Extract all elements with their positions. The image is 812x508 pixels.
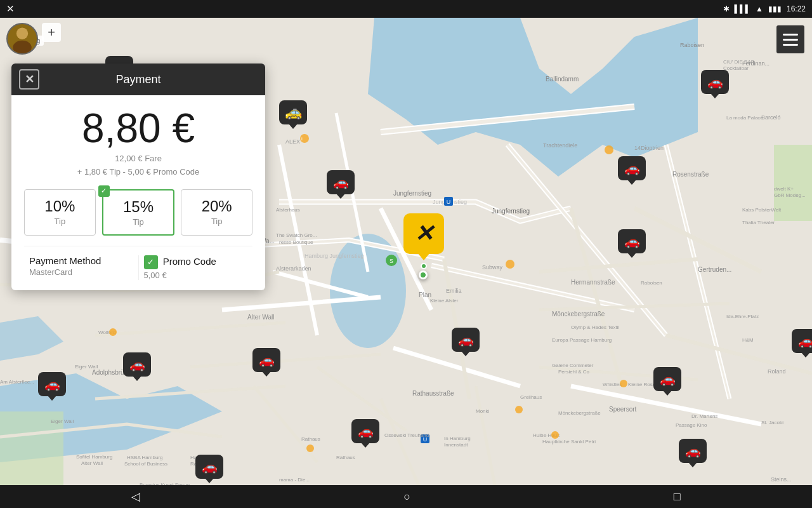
user-area: + (6, 23, 61, 55)
payment-row: Payment Method MasterCard ✓ Promo Code 5… (24, 246, 252, 280)
svg-text:Hamburg Jungfernstieg: Hamburg Jungfernstieg (304, 253, 364, 259)
price-display: 8,80 € 12,00 € Fare + 1,80 € Tip - 5,00 … (24, 108, 252, 179)
panel-title: Payment (115, 73, 160, 86)
svg-text:HSBA Hamburg: HSBA Hamburg (127, 455, 162, 460)
taxi-marker[interactable]: 🚗 (792, 329, 812, 353)
svg-text:Alter Wall: Alter Wall (247, 314, 274, 321)
promo-code-title: ✓ Promo Code (144, 255, 248, 269)
svg-text:Jungfernstieg: Jungfernstieg (393, 190, 431, 197)
svg-text:S: S (390, 258, 393, 264)
svg-text:Ossewski Treuhand: Ossewski Treuhand (384, 432, 429, 438)
hamburger-menu-button[interactable] (776, 25, 804, 53)
svg-point-54 (620, 380, 627, 387)
taxi-marker[interactable]: 🚕 (279, 100, 307, 124)
payment-method-title: Payment Method (29, 255, 133, 266)
back-button[interactable]: ◁ (131, 490, 140, 504)
svg-text:Emilia: Emilia (446, 288, 462, 294)
battery-icon: ▮▮▮ (768, 4, 782, 13)
svg-text:Rathaus: Rathaus (301, 436, 320, 442)
svg-text:Grellhaus: Grellhaus (520, 394, 542, 400)
svg-text:Whistles: Whistles (603, 382, 622, 387)
svg-text:Thalia Theater: Thalia Theater (742, 220, 775, 225)
payment-method-value: MasterCard (29, 267, 133, 277)
svg-text:Raboisen: Raboisen (641, 280, 662, 286)
panel-header: ✕ Payment (11, 64, 265, 95)
taxi-marker[interactable]: 🚗 (653, 367, 681, 391)
svg-text:Rosenstraße: Rosenstraße (672, 171, 709, 178)
close-button[interactable]: ✕ (19, 69, 39, 90)
svg-text:Gertruden...: Gertruden... (698, 266, 731, 273)
svg-text:School of Business: School of Business (124, 461, 167, 467)
svg-text:Roland: Roland (768, 368, 786, 375)
tip-10-pct: 10% (30, 197, 90, 215)
svg-text:Ferdinan...: Ferdinan... (742, 60, 769, 67)
svg-text:Innenstadt: Innenstadt (444, 442, 468, 448)
tip-10-button[interactable]: 10% Tip (24, 189, 96, 236)
tip-10-label: Tip (30, 217, 90, 226)
svg-text:resso Boutique: resso Boutique (279, 239, 313, 245)
tip-20-pct: 20% (187, 197, 247, 215)
home-button[interactable]: ○ (403, 490, 410, 504)
promo-code-section[interactable]: ✓ Promo Code 5,00 € (138, 255, 253, 280)
svg-text:Mönckebergstraße: Mönckebergstraße (552, 311, 605, 318)
payment-method-section[interactable]: Payment Method MasterCard (24, 255, 138, 280)
svg-point-34 (605, 145, 613, 154)
status-bar: ✕ ✱ ▌▌▌ ▲ ▮▮▮ 16:22 (0, 0, 812, 18)
taxi-marker[interactable]: 🚗 (38, 372, 66, 396)
svg-point-59 (551, 431, 559, 439)
svg-text:Am Alsterflee...: Am Alsterflee... (0, 379, 34, 385)
promo-code-label: Promo Code (163, 256, 216, 267)
svg-text:mama - Die...: mama - Die... (279, 477, 310, 483)
svg-text:Rathaus: Rathaus (336, 455, 355, 460)
add-stop-button[interactable]: + (42, 23, 61, 42)
clock: 16:22 (787, 4, 806, 13)
taxi-marker[interactable]: 🚗 (679, 439, 707, 463)
svg-text:Passage Kino: Passage Kino (676, 422, 707, 428)
svg-text:Trachtendiele: Trachtendiele (543, 142, 577, 149)
taxi-marker[interactable]: 🚗 (327, 170, 355, 194)
taxi-marker[interactable]: 🚗 (701, 70, 729, 94)
svg-text:GbR Modeg...: GbR Modeg... (774, 192, 806, 198)
fare-line2: + 1,80 € Tip - 5,00 € Promo Code (24, 166, 252, 179)
taxi-marker[interactable]: 🚗 (618, 229, 646, 253)
svg-text:Kleine Alster: Kleine Alster (430, 298, 459, 304)
menu-line (783, 39, 798, 41)
taxi-marker[interactable]: 🚗 (252, 348, 280, 372)
svg-point-77 (306, 444, 314, 452)
app-location-marker: ✕ (403, 213, 444, 254)
tip-20-button[interactable]: 20% Tip (181, 189, 252, 236)
tip-15-button[interactable]: ✓ 15% Tip (102, 189, 175, 236)
svg-text:Europa Passage Hamburg: Europa Passage Hamburg (552, 337, 612, 343)
svg-text:Persiehl & Co: Persiehl & Co (558, 369, 589, 375)
menu-line (783, 44, 798, 46)
taxi-marker[interactable]: 🚗 (195, 455, 223, 479)
app-x-icon: ✕ (6, 3, 15, 15)
taxi-marker[interactable]: 🚗 (618, 156, 646, 180)
wifi-icon: ▲ (756, 4, 763, 13)
svg-text:Sofitel Hamburg: Sofitel Hamburg (76, 454, 112, 460)
panel-body: 8,80 € 12,00 € Fare + 1,80 € Tip - 5,00 … (11, 95, 265, 290)
svg-text:Raboisen: Raboisen (680, 42, 704, 48)
promo-code-value: 5,00 € (144, 271, 248, 280)
main-price: 8,80 € (24, 108, 252, 149)
svg-text:Monki: Monki (476, 408, 490, 414)
svg-text:dwelt K+: dwelt K+ (774, 186, 794, 192)
avatar[interactable] (6, 23, 38, 55)
close-icon: ✕ (25, 72, 34, 86)
recents-button[interactable]: □ (674, 490, 681, 504)
tip-20-label: Tip (187, 217, 247, 226)
svg-point-56 (515, 406, 523, 413)
svg-point-31 (506, 260, 514, 269)
taxi-marker[interactable]: 🚗 (452, 328, 480, 352)
svg-point-91 (13, 41, 31, 55)
taxi-marker[interactable]: 🚗 (351, 419, 379, 443)
svg-text:Galerie Commeter: Galerie Commeter (552, 363, 594, 368)
my-location-dot (419, 271, 428, 279)
svg-text:La moda Palace: La moda Palace (726, 115, 763, 121)
tip-15-pct: 15% (108, 198, 169, 216)
taxi-marker[interactable]: 🚗 (123, 352, 151, 377)
payment-panel: ✕ Payment 8,80 € 12,00 € Fare + 1,80 € T… (11, 64, 265, 290)
svg-text:Steins...: Steins... (771, 476, 792, 483)
svg-text:Alsterhaus: Alsterhaus (276, 207, 300, 213)
tip-selected-checkmark: ✓ (98, 185, 110, 197)
